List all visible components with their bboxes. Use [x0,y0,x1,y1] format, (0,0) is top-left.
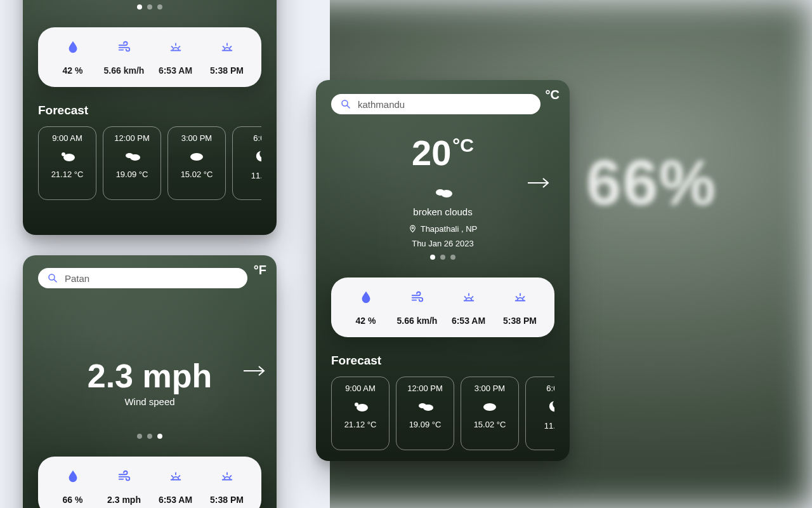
dot-2[interactable] [157,4,162,10]
forecast-temp: 15.02 °C [464,420,516,429]
search-bar[interactable] [331,94,540,114]
svg-point-13 [357,404,368,411]
forecast-card[interactable]: 3:00 PM 15.02 °C [461,377,519,450]
dot-2[interactable] [450,255,455,260]
weather-card-main: °C 20°C broken clouds Thapathali , NP Th… [316,80,570,461]
sunset-icon [220,469,234,483]
next-arrow[interactable] [242,364,268,380]
dot-1[interactable] [440,255,445,260]
stat-sunrise: 6:53 AM [443,290,494,326]
stat-sunrise: 6:53 AM [150,40,201,76]
stat-wind-value: 5.66 km/h [98,65,150,76]
wind-icon [117,40,131,54]
svg-point-7 [342,100,348,106]
forecast-temp: 19.09 °C [399,420,451,429]
dot-0[interactable] [430,255,435,260]
forecast-time: 9:00 AM [41,133,93,143]
forecast-card[interactable]: 9:00 AM 21.12 °C [38,126,96,200]
humidity-icon [359,290,373,304]
backdrop-big-percent: 66% [586,146,717,219]
stat-sunset: 5:38 PM [201,469,252,505]
forecast-card[interactable]: 12:00 PM 19.09 °C [103,126,161,200]
stat-humidity-value: 42 % [340,316,391,326]
stat-sunrise-value: 6:53 AM [150,495,201,505]
page-dots[interactable] [38,434,261,439]
stat-wind-value: 2.3 mph [98,495,150,505]
stat-sunset-value: 5:38 PM [201,495,252,505]
svg-point-15 [423,404,433,411]
forecast-card[interactable]: 9:00 AM 21.12 °C [331,377,390,450]
wind-icon [410,290,424,304]
current-temp: 20°C [412,132,474,173]
forecast-temp: 21.12 °C [334,420,386,429]
unit-toggle[interactable]: °C [546,88,560,102]
stat-sunrise-value: 6:53 AM [150,65,201,76]
forecast-time: 6:00 [235,133,261,143]
humidity-icon [66,469,80,483]
stat-humidity: 42 % [47,40,98,76]
forecast-row[interactable]: 9:00 AM 21.12 °C 12:00 PM 19.09 °C 3:00 … [38,126,261,200]
temp-number: 20 [412,132,451,173]
page-dots[interactable] [331,255,554,260]
clouds-icon [106,149,158,164]
stat-wind-value: 5.66 km/h [391,316,443,326]
forecast-temp: 21.12 °C [41,170,93,179]
date-text: Thu Jan 26 2023 [331,239,554,248]
svg-point-16 [483,403,496,411]
weather-card-top: Thu Jan 26 2023 42 % 5.66 km/h 6:53 AM 5… [23,0,277,235]
stat-sunrise: 6:53 AM [150,469,201,505]
stat-sunset: 5:38 PM [494,290,546,326]
cloud-icon [171,149,223,164]
sunrise-icon [169,40,183,54]
forecast-time: 9:00 AM [334,384,386,393]
page-dots[interactable] [38,4,261,10]
search-input[interactable] [65,273,239,284]
stat-wind: 5.66 km/h [98,40,150,76]
stat-humidity-value: 42 % [47,65,98,76]
unit-toggle[interactable]: °F [254,263,266,277]
sunset-icon [220,40,234,54]
search-bar[interactable] [38,268,247,288]
forecast-temp: 19.09 °C [106,170,158,179]
dot-0[interactable] [137,4,142,10]
weather-card-wind: °F 2.3 mph Wind speed 66 % 2.3 mph 6:53 … [23,255,277,508]
humidity-icon [66,40,80,54]
hero-section: 20°C broken clouds Thapathali , NP Thu J… [331,132,554,260]
next-arrow[interactable] [527,177,552,192]
search-input[interactable] [358,99,532,110]
forecast-card[interactable]: 12:00 PM 19.09 °C [396,377,454,450]
temp-unit: °C [452,135,474,156]
dot-1[interactable] [147,4,152,10]
svg-line-6 [54,279,56,282]
cloud-sun-icon [334,399,386,415]
forecast-temp: 11.19 [528,421,554,431]
hero-value: 2.3 mph [38,357,261,395]
stat-humidity: 42 % [340,290,391,326]
dot-2[interactable] [157,434,162,439]
search-icon [340,98,351,110]
hero-section: 2.3 mph Wind speed [38,306,261,407]
stat-sunset-value: 5:38 PM [494,316,546,326]
forecast-card[interactable]: 6:00 11.19 [232,126,261,200]
forecast-temp: 15.02 °C [171,170,223,179]
forecast-card[interactable]: 6:00 11.19 [525,377,554,450]
dot-1[interactable] [147,434,152,439]
forecast-card[interactable]: 3:00 PM 15.02 °C [167,126,226,200]
stats-card: 66 % 2.3 mph 6:53 AM 5:38 PM [38,457,261,508]
forecast-row[interactable]: 9:00 AM 21.12 °C 12:00 PM 19.09 °C 3:00 … [331,377,554,450]
wind-icon [117,469,131,483]
forecast-time: 12:00 PM [399,384,451,393]
svg-point-11 [412,227,414,229]
cloud-sun-icon [41,149,93,164]
dot-0[interactable] [137,434,142,439]
sunrise-icon [462,290,476,304]
stats-card: 42 % 5.66 km/h 6:53 AM 5:38 PM [331,277,554,337]
stat-sunset: 5:38 PM [201,40,252,76]
stats-card: 42 % 5.66 km/h 6:53 AM 5:38 PM [38,27,261,87]
forecast-time: 3:00 PM [171,133,223,143]
stat-wind: 2.3 mph [98,469,150,505]
clouds-icon [399,399,451,415]
forecast-time: 6:00 [528,384,554,393]
forecast-title: Forecast [38,104,261,117]
condition-text: broken clouds [331,206,554,217]
